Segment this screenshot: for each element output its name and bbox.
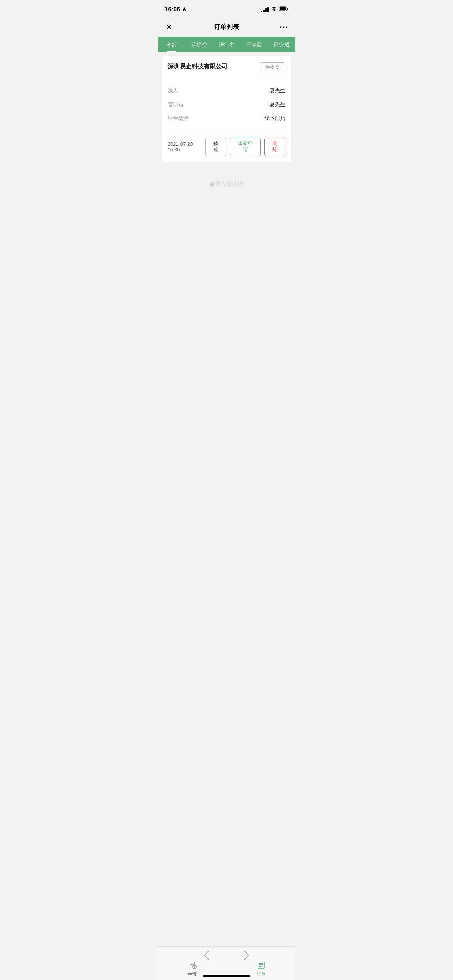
field-value-legal: 夏先生 [270, 88, 285, 94]
time-display: 16:06 [165, 6, 180, 13]
more-icon: ··· [280, 23, 288, 31]
tab-completed[interactable]: 已完成 [268, 37, 295, 52]
main-content: 深圳易企科技有限公司 待提交 法人 夏先生 管理员 夏先生 经营场景 线下门店 … [158, 52, 295, 277]
more-button[interactable]: ··· [278, 21, 290, 32]
location-arrow-icon [183, 6, 186, 13]
battery-icon [279, 6, 288, 13]
page-title: 订单列表 [214, 22, 239, 31]
field-label-admin: 管理员 [168, 101, 183, 108]
card-header: 深圳易企科技有限公司 待提交 [168, 62, 285, 72]
tab-bar: 全部 待提交 进行中 已驳回 已完成 [158, 37, 295, 52]
nav-bar: 订单列表 ··· [158, 17, 295, 37]
field-value-scenario: 线下门店 [264, 115, 285, 122]
status-badge: 待提交 [260, 62, 285, 72]
signal-icon [261, 7, 269, 12]
watermark: 微擎应用商城 [162, 167, 291, 202]
company-name: 深圳易企科技有限公司 [168, 62, 227, 70]
tab-rejected[interactable]: 已驳回 [240, 37, 268, 52]
tab-pending[interactable]: 待提交 [185, 37, 213, 52]
svg-rect-2 [287, 8, 288, 10]
field-row-scenario: 经营场景 线下门店 [168, 111, 285, 125]
svg-marker-0 [183, 7, 186, 11]
reapply-button[interactable]: 重新申请 [230, 138, 261, 156]
card-fields: 法人 夏先生 管理员 夏先生 经营场景 线下门店 [168, 79, 285, 125]
tab-inprogress[interactable]: 进行中 [213, 37, 240, 52]
field-label-legal: 法人 [168, 88, 178, 94]
modify-button[interactable]: 修改 [205, 138, 227, 156]
close-icon [165, 23, 173, 30]
order-date: 2021-07-20 15:35 [168, 141, 205, 153]
field-value-admin: 夏先生 [270, 101, 285, 108]
field-label-scenario: 经营场景 [168, 115, 189, 122]
delete-button[interactable]: 删除 [264, 138, 285, 156]
close-button[interactable] [163, 21, 175, 32]
order-card: 深圳易企科技有限公司 待提交 法人 夏先生 管理员 夏先生 经营场景 线下门店 … [162, 56, 291, 162]
field-row-legal: 法人 夏先生 [168, 84, 285, 98]
tab-all[interactable]: 全部 [158, 37, 185, 52]
footer-actions: 修改 重新申请 删除 [205, 138, 285, 156]
wifi-icon [271, 6, 277, 13]
status-time: 16:06 [165, 6, 186, 13]
field-row-admin: 管理员 夏先生 [168, 98, 285, 111]
svg-rect-3 [280, 7, 286, 11]
card-footer: 2021-07-20 15:35 修改 重新申请 删除 [168, 132, 285, 156]
status-bar: 16:06 [158, 0, 295, 17]
status-indicators [261, 6, 288, 13]
